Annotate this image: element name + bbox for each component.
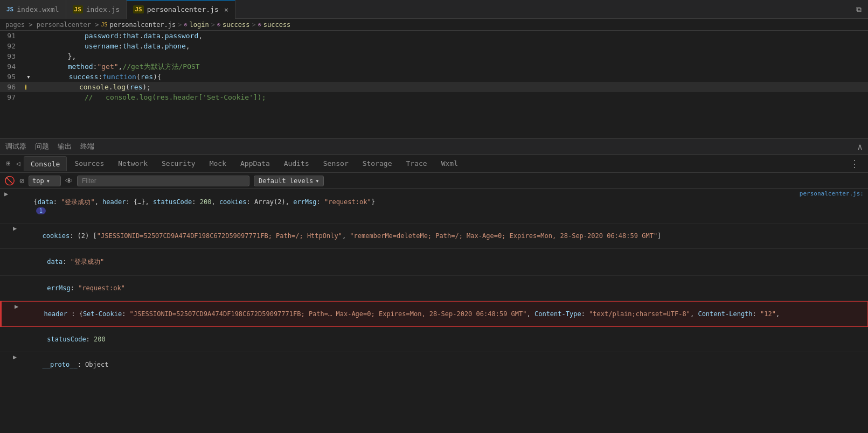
tab-bar: JS index.wxml JS index.js JS personalcen… bbox=[0, 0, 868, 19]
console-entry-obj1: ▶ {data: "登录成功", header: {…}, statusCode… bbox=[0, 189, 868, 224]
devtab-wxml[interactable]: Wxml bbox=[435, 156, 464, 171]
expand-arrow-proto[interactable]: ▶ bbox=[13, 353, 17, 361]
restore-icon[interactable]: ⧉ bbox=[856, 5, 862, 14]
breadcrumb: pages > personalcenter > JS personalcent… bbox=[0, 19, 868, 31]
context-label: top bbox=[32, 177, 44, 185]
breadcrumb-fn3: success bbox=[263, 21, 291, 29]
breadcrumb-file-icon: JS bbox=[101, 22, 107, 27]
wxml-icon: JS bbox=[6, 6, 13, 13]
breadcrumb-fn-icon-1: ⊙ bbox=[184, 22, 188, 27]
console-output[interactable]: ▶ {data: "登录成功", header: {…}, statusCode… bbox=[0, 189, 868, 372]
panel-tab-debugger[interactable]: 调试器 bbox=[5, 139, 26, 153]
panel-close-icon[interactable]: ∧ bbox=[857, 142, 863, 152]
devtools-sidebar-icon[interactable]: ⊞ bbox=[4, 159, 13, 167]
block-icon[interactable]: ⊘ bbox=[19, 176, 24, 186]
code-editor: 91 password:that.data.password, 92 usern… bbox=[0, 31, 868, 138]
expand-arrow-header[interactable]: ▶ bbox=[15, 303, 18, 310]
breadcrumb-sep3: > bbox=[252, 21, 256, 29]
console-source-1[interactable]: personalcenter.js: bbox=[794, 190, 864, 197]
eye-icon[interactable]: 👁 bbox=[65, 177, 73, 185]
devtab-audits[interactable]: Audits bbox=[277, 156, 316, 171]
expand-arrow-1[interactable]: ▶ bbox=[4, 190, 8, 198]
js-icon-2: JS bbox=[133, 5, 143, 13]
code-line-95: 95 ▾ success:function(res){ bbox=[0, 72, 868, 82]
panel-header: 调试器 问题 输出 终端 ∧ bbox=[0, 138, 868, 155]
js-icon-1: JS bbox=[73, 5, 83, 13]
panel-tab-problems[interactable]: 问题 bbox=[35, 139, 49, 153]
code-line-96: 96 console.log(res); bbox=[0, 82, 868, 92]
devtab-security[interactable]: Security bbox=[155, 156, 202, 171]
breadcrumb-fn-icon-2: ⊙ bbox=[217, 22, 220, 27]
levels-label: Default levels bbox=[259, 177, 313, 185]
console-entry-cookies: ▶ cookies: (2) ["JSESSIONID=52507CD9A474… bbox=[0, 224, 868, 249]
code-line-92: 92 username:that.data.phone, bbox=[0, 41, 868, 51]
devtab-appdata[interactable]: AppData bbox=[234, 156, 276, 171]
breadcrumb-fn1: login bbox=[190, 21, 209, 29]
devtab-trace[interactable]: Trace bbox=[400, 156, 434, 171]
console-entry-errmsg: errMsg: "request:ok" bbox=[0, 276, 868, 301]
close-tab-icon[interactable]: × bbox=[224, 5, 228, 14]
devtab-sensor[interactable]: Sensor bbox=[317, 156, 355, 171]
console-toolbar: 🚫 ⊘ top ▾ 👁 Default levels ▾ bbox=[0, 173, 868, 189]
code-line-97: 97 // console.log(res.header['Set-Cookie… bbox=[0, 92, 868, 102]
devtab-mock[interactable]: Mock bbox=[203, 156, 233, 171]
tab-label-personalcenterjs: personalcenter.js bbox=[147, 5, 219, 13]
panel-tab-terminal[interactable]: 终端 bbox=[80, 139, 94, 153]
context-selector[interactable]: top ▾ bbox=[29, 176, 61, 186]
levels-arrow: ▾ bbox=[315, 177, 319, 185]
code-line-91: 91 password:that.data.password, bbox=[0, 31, 868, 41]
breadcrumb-path: pages > personalcenter > bbox=[5, 21, 99, 29]
devtools-left-icon[interactable]: ◁ bbox=[14, 159, 23, 167]
breadcrumb-sep1: > bbox=[178, 21, 182, 29]
code-line-94: 94 method:"get",//get为默认方法/POST bbox=[0, 61, 868, 72]
devtab-storage[interactable]: Storage bbox=[356, 156, 399, 171]
levels-selector[interactable]: Default levels ▾ bbox=[254, 176, 324, 186]
console-entry-proto: ▶ __proto__: Object bbox=[0, 352, 868, 372]
filter-input[interactable] bbox=[77, 176, 249, 186]
devtab-network[interactable]: Network bbox=[112, 156, 154, 171]
panel-tab-output[interactable]: 输出 bbox=[58, 139, 72, 153]
breadcrumb-fn2: success bbox=[223, 21, 250, 29]
devtools-tabs: ⊞ ◁ Console Sources Network Security Moc… bbox=[0, 155, 868, 173]
console-entry-header: ▶ header : {Set-Cookie: "JSESSIONID=5250… bbox=[0, 301, 868, 327]
devtab-console[interactable]: Console bbox=[24, 156, 67, 171]
tab-label-indexjs: index.js bbox=[86, 5, 120, 13]
console-entry-statuscode: statusCode: 200 bbox=[0, 327, 868, 352]
breadcrumb-sep2: > bbox=[211, 21, 215, 29]
tab-personalcenter-js[interactable]: JS personalcenter.js × bbox=[127, 0, 235, 19]
window-controls: ⧉ bbox=[856, 5, 868, 14]
code-line-93: 93 }, bbox=[0, 51, 868, 61]
tab-label-wxml: index.wxml bbox=[17, 5, 59, 13]
devtab-sources[interactable]: Sources bbox=[68, 156, 110, 171]
breadcrumb-file: personalcenter.js bbox=[109, 21, 176, 29]
clear-console-icon[interactable]: 🚫 bbox=[4, 176, 15, 186]
console-entry-data: data: "登录成功" bbox=[0, 249, 868, 276]
context-arrow: ▾ bbox=[46, 177, 50, 185]
expand-arrow-cookies[interactable]: ▶ bbox=[13, 225, 17, 232]
tab-index-wxml[interactable]: JS index.wxml bbox=[0, 0, 66, 19]
devtools-more-icon[interactable]: ⋮ bbox=[850, 158, 864, 169]
tab-index-js[interactable]: JS index.js bbox=[66, 0, 127, 19]
breadcrumb-fn-icon-3: ⊙ bbox=[258, 22, 261, 27]
